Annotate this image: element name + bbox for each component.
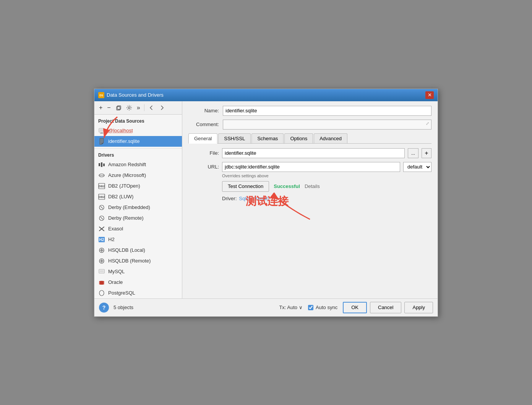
sidebar-item-sqlite[interactable]: identifier.sqlite bbox=[94, 136, 182, 147]
tab-options[interactable]: Options bbox=[284, 133, 313, 143]
derby-remote-label: Derby (Remote) bbox=[108, 215, 143, 221]
db2-jtopen-label: DB2 (JTOpen) bbox=[108, 183, 140, 189]
drivers-section-label: Drivers bbox=[94, 148, 182, 159]
toolbar-separator bbox=[144, 104, 144, 111]
file-browse-button[interactable]: ... bbox=[408, 148, 418, 158]
oracle-icon bbox=[98, 279, 105, 286]
copy-datasource-button[interactable] bbox=[114, 104, 123, 112]
sidebar-item-derby-remote[interactable]: Derby (Remote) bbox=[94, 213, 182, 224]
back-icon bbox=[148, 105, 154, 111]
derby-remote-icon bbox=[98, 215, 105, 222]
url-label: URL: bbox=[188, 164, 219, 170]
autosync-label[interactable]: Auto sync bbox=[308, 305, 337, 310]
right-panel: Name: Comment: ⤢ General SSH/SSL bbox=[182, 101, 438, 298]
name-row: Name: bbox=[188, 106, 431, 116]
sidebar-item-hsqldb-local[interactable]: HSQLDB (Local) bbox=[94, 245, 182, 256]
app-icon: DS bbox=[98, 92, 104, 98]
driver-link[interactable]: Sqlite (Xerial) bbox=[239, 196, 269, 201]
sidebar-item-localhost[interactable]: @localhost bbox=[94, 125, 182, 136]
test-connection-button[interactable]: Test Connection bbox=[222, 181, 269, 192]
mysql-icon bbox=[98, 268, 105, 275]
h2-label: H2 bbox=[108, 237, 115, 242]
autosync-text: Auto sync bbox=[316, 305, 337, 310]
sidebar-item-mysql[interactable]: MySQL bbox=[94, 266, 182, 277]
db2-luw-icon: DB2 bbox=[98, 193, 105, 200]
name-input[interactable] bbox=[223, 106, 431, 116]
autosync-checkbox[interactable] bbox=[308, 305, 313, 310]
sidebar: + − » bbox=[94, 101, 182, 298]
bottom-right: Tx: Auto ∨ Auto sync OK Cancel Apply bbox=[279, 302, 433, 313]
driver-prefix: Driver: bbox=[222, 196, 237, 201]
amazon-redshift-label: Amazon Redshift bbox=[108, 162, 146, 167]
sidebar-item-derby-embedded[interactable]: Derby (Embedded) bbox=[94, 202, 182, 213]
tx-label: Tx: Auto bbox=[279, 305, 297, 310]
dialog-buttons: OK Cancel Apply bbox=[343, 302, 433, 313]
hsqldb-remote-icon bbox=[98, 258, 105, 264]
svg-rect-7 bbox=[101, 133, 103, 133]
close-button[interactable]: ✕ bbox=[425, 91, 434, 99]
file-add-button[interactable]: + bbox=[422, 148, 431, 158]
sidebar-item-db2-luw[interactable]: DB2 DB2 (LUW) bbox=[94, 191, 182, 202]
add-datasource-button[interactable]: + bbox=[97, 104, 104, 112]
name-label: Name: bbox=[188, 108, 219, 113]
tab-ssh-ssl[interactable]: SSH/SSL bbox=[218, 133, 251, 143]
hsqldb-local-label: HSQLDB (Local) bbox=[108, 247, 145, 253]
sidebar-item-postgresql[interactable]: PostgreSQL bbox=[94, 288, 182, 298]
sidebar-item-azure[interactable]: Azure (Microsoft) bbox=[94, 170, 182, 181]
svg-rect-38 bbox=[100, 270, 104, 272]
sqlite-label: identifier.sqlite bbox=[108, 138, 139, 144]
svg-text:DB2: DB2 bbox=[99, 195, 105, 199]
azure-icon bbox=[98, 172, 105, 179]
comment-input[interactable] bbox=[223, 120, 431, 130]
svg-text:H2: H2 bbox=[99, 238, 104, 242]
driver-row: Driver: Sqlite (Xerial) bbox=[222, 196, 431, 201]
url-dropdown[interactable]: default bbox=[403, 162, 431, 172]
file-input[interactable] bbox=[222, 148, 405, 158]
svg-point-4 bbox=[128, 107, 130, 109]
comment-resize-icon[interactable]: ⤢ bbox=[426, 121, 429, 126]
sidebar-item-h2[interactable]: H2 H2 bbox=[94, 234, 182, 245]
settings-button[interactable] bbox=[125, 104, 134, 112]
hsqldb-remote-label: HSQLDB (Remote) bbox=[108, 258, 151, 264]
title-bar: DS Data Sources and Drivers ✕ bbox=[94, 89, 438, 101]
file-row: File: ... + bbox=[188, 148, 431, 158]
tab-advanced[interactable]: Advanced bbox=[314, 133, 347, 143]
sidebar-item-amazon-redshift[interactable]: Amazon Redshift bbox=[94, 159, 182, 170]
copy-icon bbox=[115, 105, 122, 111]
project-section-label: Project Data Sources bbox=[94, 115, 182, 125]
db2-luw-label: DB2 (LUW) bbox=[108, 194, 133, 199]
sidebar-item-hsqldb-remote[interactable]: HSQLDB (Remote) bbox=[94, 256, 182, 266]
help-button[interactable]: ? bbox=[99, 303, 109, 313]
main-content: + − » bbox=[94, 101, 438, 298]
forward-button[interactable] bbox=[157, 104, 167, 112]
h2-icon: H2 bbox=[98, 236, 105, 243]
ok-button[interactable]: OK bbox=[343, 302, 367, 313]
apply-button[interactable]: Apply bbox=[404, 302, 433, 313]
localhost-icon bbox=[98, 127, 105, 134]
sidebar-item-oracle[interactable]: Oracle bbox=[94, 277, 182, 288]
comment-label: Comment: bbox=[188, 122, 219, 127]
cancel-button[interactable]: Cancel bbox=[370, 302, 401, 313]
tab-general[interactable]: General bbox=[188, 133, 217, 144]
more-button[interactable]: » bbox=[135, 104, 142, 112]
main-window: DS Data Sources and Drivers ✕ + − bbox=[94, 89, 438, 317]
tabs-bar: General SSH/SSL Schemas Options Advanced bbox=[188, 133, 431, 144]
sidebar-item-db2-jtopen[interactable]: DB2 DB2 (JTOpen) bbox=[94, 181, 182, 191]
derby-embedded-label: Derby (Embedded) bbox=[108, 204, 150, 210]
general-tab-content: File: ... + URL: default Overrides setti… bbox=[188, 148, 431, 294]
sidebar-item-exasol[interactable]: Exasol bbox=[94, 224, 182, 234]
svg-rect-8 bbox=[100, 133, 104, 134]
tx-dropdown[interactable]: Tx: Auto ∨ bbox=[279, 305, 303, 310]
url-input[interactable] bbox=[222, 162, 400, 172]
db2-jtopen-icon: DB2 bbox=[98, 183, 105, 190]
back-button[interactable] bbox=[147, 104, 156, 112]
svg-point-42 bbox=[99, 290, 104, 296]
tab-schemas[interactable]: Schemas bbox=[251, 133, 284, 143]
url-row: URL: default bbox=[188, 162, 431, 172]
postgresql-label: PostgreSQL bbox=[108, 290, 135, 296]
exasol-icon bbox=[98, 225, 105, 232]
details-link[interactable]: Details bbox=[305, 183, 320, 189]
svg-rect-6 bbox=[100, 129, 104, 131]
sqlite-icon bbox=[98, 138, 105, 145]
remove-datasource-button[interactable]: − bbox=[105, 104, 112, 112]
